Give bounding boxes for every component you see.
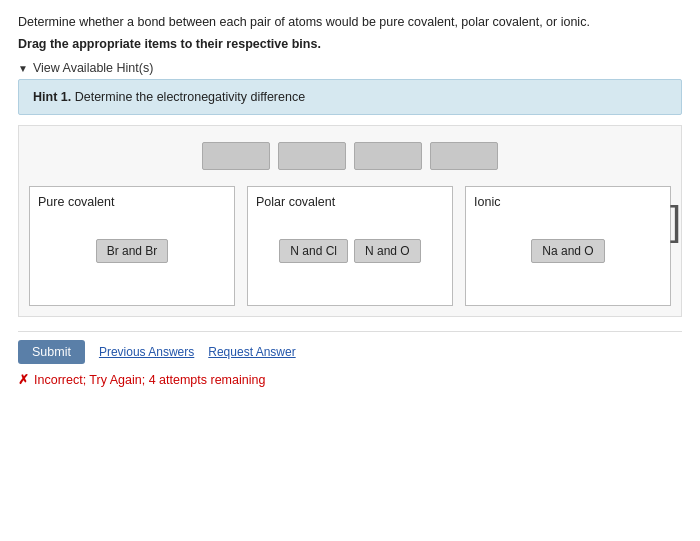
hint-text: Determine the electronegativity differen… [75,90,305,104]
bin-ionic-label: Ionic [474,195,662,209]
x-icon: ✗ [18,372,29,387]
hint-toggle-label: View Available Hint(s) [33,61,153,75]
request-answer-link[interactable]: Request Answer [208,345,295,359]
bin-pure-covalent-label: Pure covalent [38,195,226,209]
status-text: Incorrect; Try Again; 4 attempts remaini… [34,373,265,387]
bin-polar-covalent-label: Polar covalent [256,195,444,209]
page-wrapper: Determine whether a bond between each pa… [0,0,700,541]
hint-section: ▼ View Available Hint(s) Hint 1. Determi… [18,61,682,115]
bin-item-n-cl[interactable]: N and Cl [279,239,348,263]
status-message: ✗ Incorrect; Try Again; 4 attempts remai… [18,372,682,387]
hint-label: Hint 1. [33,90,71,104]
bin-ionic-items: Na and O [474,239,662,263]
bins-row: Pure covalent Br and Br Polar covalent N… [29,186,671,306]
previous-answers-link[interactable]: Previous Answers [99,345,194,359]
question-line2: Drag the appropriate items to their resp… [18,36,682,54]
hint-content: Hint 1. Determine the electronegativity … [18,79,682,115]
hint-toggle[interactable]: ▼ View Available Hint(s) [18,61,682,75]
bin-pure-covalent-items: Br and Br [38,239,226,263]
drag-item-3[interactable] [354,142,422,170]
bin-polar-covalent-items: N and Cl N and O [256,239,444,263]
bin-ionic: Ionic Na and O [465,186,671,306]
drag-area: Pure covalent Br and Br Polar covalent N… [18,125,682,317]
bin-item-br-br[interactable]: Br and Br [96,239,169,263]
drag-items-row [29,142,671,170]
bin-item-n-o[interactable]: N and O [354,239,421,263]
drag-item-2[interactable] [278,142,346,170]
drag-item-4[interactable] [430,142,498,170]
drag-item-1[interactable] [202,142,270,170]
bracket-right-icon: ] [670,199,681,244]
bin-pure-covalent: Pure covalent Br and Br [29,186,235,306]
question-line1: Determine whether a bond between each pa… [18,14,682,32]
hint-arrow-icon: ▼ [18,63,28,74]
bottom-bar: Submit Previous Answers Request Answer [18,331,682,364]
bin-polar-covalent: Polar covalent N and Cl N and O [247,186,453,306]
submit-button[interactable]: Submit [18,340,85,364]
bin-item-na-o[interactable]: Na and O [531,239,604,263]
